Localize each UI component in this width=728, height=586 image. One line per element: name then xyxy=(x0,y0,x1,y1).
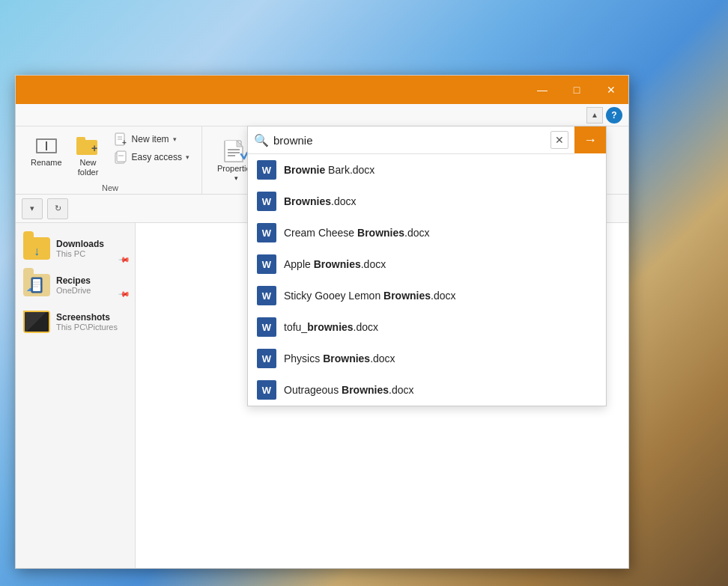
easy-access-icon xyxy=(115,150,128,164)
word-icon-2: W xyxy=(257,223,276,242)
sidebar-item-recipes[interactable]: ☁ Recipes OneDrive 📌 xyxy=(16,268,135,302)
new-folder-icon: + xyxy=(76,134,100,158)
result-text-4: Sticky Gooey Lemon Brownies.docx xyxy=(284,290,456,302)
downloads-title: Downloads xyxy=(56,239,104,249)
search-go-button[interactable]: → xyxy=(574,126,606,153)
search-result-5[interactable]: W tofu_brownies.docx xyxy=(248,311,606,343)
search-input-row: 🔍 ✕ xyxy=(248,126,574,154)
search-icon: 🔍 xyxy=(254,133,269,147)
search-dropdown: 🔍 ✕ → W Brownie Bark.docx W Brownies.doc… xyxy=(247,126,607,406)
new-col: + New item ▾ xyxy=(110,131,194,165)
recipes-title: Recipes xyxy=(56,275,91,286)
new-item-button[interactable]: + New item ▾ xyxy=(110,131,194,147)
result-text-1: Brownies.docx xyxy=(284,195,356,207)
word-icon-0: W xyxy=(257,160,276,180)
new-folder-button[interactable]: + Newfolder xyxy=(70,131,107,180)
maximize-button[interactable]: □ xyxy=(559,76,594,104)
properties-icon xyxy=(221,134,251,164)
result-text-6: Physics Brownies.docx xyxy=(284,352,395,364)
new-folder-label: Newfolder xyxy=(78,158,99,177)
minimize-button[interactable]: — xyxy=(525,76,559,104)
sidebar: ↓ Downloads This PC 📌 xyxy=(16,223,136,568)
search-result-1[interactable]: W Brownies.docx xyxy=(248,186,606,217)
search-result-6[interactable]: W Physics Brownies.docx xyxy=(248,343,606,374)
search-result-7[interactable]: W Outrageous Brownies.docx xyxy=(248,374,606,406)
dropdown-button[interactable]: ▾ xyxy=(22,198,43,219)
screenshots-subtitle: This PC\Pictures xyxy=(56,323,118,332)
downloads-subtitle: This PC xyxy=(56,249,104,258)
result-text-7: Outrageous Brownies.docx xyxy=(284,384,414,396)
recipes-folder-icon: ☁ xyxy=(23,274,50,296)
ribbon-group-new-items: Rename + Newfolder xyxy=(26,131,194,180)
close-button[interactable]: ✕ xyxy=(594,76,628,104)
refresh-button[interactable]: ↻ xyxy=(47,198,68,219)
new-item-label: New item xyxy=(132,134,169,144)
word-icon-6: W xyxy=(257,349,276,368)
rename-button[interactable]: Rename xyxy=(26,131,67,171)
svg-rect-1 xyxy=(76,137,85,141)
rename-icon xyxy=(34,134,58,158)
easy-access-arrow: ▾ xyxy=(186,153,189,161)
title-bar-buttons: — □ ✕ xyxy=(525,76,628,104)
svg-text:+: + xyxy=(91,142,97,154)
search-result-2[interactable]: W Cream Cheese Brownies.docx xyxy=(248,217,606,248)
word-icon-3: W xyxy=(257,254,276,274)
screenshots-title: Screenshots xyxy=(56,312,118,323)
search-input[interactable] xyxy=(273,134,546,147)
easy-access-button[interactable]: Easy access ▾ xyxy=(110,149,194,165)
word-icon-7: W xyxy=(257,380,276,400)
pin-icon: 📌 xyxy=(118,253,130,265)
svg-rect-8 xyxy=(117,151,126,162)
help-button[interactable]: ? xyxy=(606,107,622,123)
result-text-5: tofu_brownies.docx xyxy=(284,321,378,333)
word-icon-5: W xyxy=(257,317,276,337)
sidebar-item-screenshots[interactable]: Screenshots This PC\Pictures xyxy=(16,302,135,341)
ribbon-group-new: Rename + Newfolder xyxy=(19,126,202,194)
result-text-0: Brownie Bark.docx xyxy=(284,164,374,176)
search-results: W Brownie Bark.docx W Brownies.docx W Cr… xyxy=(248,154,606,406)
svg-text:+: + xyxy=(122,138,127,146)
search-result-0[interactable]: W Brownie Bark.docx xyxy=(248,154,606,186)
title-bar: — □ ✕ xyxy=(16,76,628,104)
rename-label: Rename xyxy=(31,158,62,168)
search-clear-button[interactable]: ✕ xyxy=(550,131,568,149)
result-text-3: Apple Brownies.docx xyxy=(284,258,386,270)
downloads-text: Downloads This PC xyxy=(56,239,104,258)
easy-access-label: Easy access xyxy=(132,152,182,162)
recipes-pin-icon: 📌 xyxy=(118,287,130,299)
new-item-icon: + xyxy=(115,132,128,146)
ribbon-top-row: ▲ ? xyxy=(16,104,628,126)
new-group-label: New xyxy=(102,180,118,192)
result-text-2: Cream Cheese Brownies.docx xyxy=(284,227,430,239)
sidebar-item-downloads[interactable]: ↓ Downloads This PC 📌 xyxy=(16,229,135,268)
svg-rect-33 xyxy=(33,279,40,291)
downloads-folder-icon: ↓ xyxy=(23,235,50,262)
word-icon-4: W xyxy=(257,286,276,305)
word-icon-1: W xyxy=(257,192,276,211)
screenshots-text: Screenshots This PC\Pictures xyxy=(56,312,118,332)
search-result-4[interactable]: W Sticky Gooey Lemon Brownies.docx xyxy=(248,280,606,311)
recipes-subtitle: OneDrive xyxy=(56,286,91,295)
recipes-text: Recipes OneDrive xyxy=(56,275,91,295)
screenshots-folder-icon xyxy=(23,308,50,335)
search-result-3[interactable]: W Apple Brownies.docx xyxy=(248,248,606,280)
new-item-arrow: ▾ xyxy=(173,135,177,143)
ribbon-collapse-button[interactable]: ▲ xyxy=(586,107,603,123)
search-input-container: 🔍 ✕ → xyxy=(248,126,606,154)
